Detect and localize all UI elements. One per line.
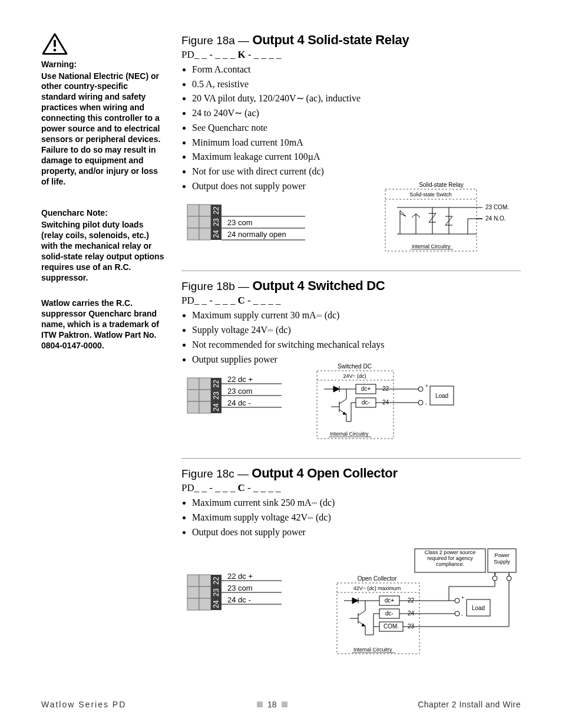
svg-text:24  dc -: 24 dc - xyxy=(227,595,251,604)
figure-title: Figure 18a — Output 4 Solid-state Relay xyxy=(181,32,521,48)
spec-item: Maximum supply voltage 42V⎓ (dc) xyxy=(192,511,521,525)
svg-text:dc+: dc+ xyxy=(385,597,395,604)
terminal-block-c: 22 23 24 22 dc + 23 com 24 dc - xyxy=(181,569,287,616)
svg-text:24  normally open: 24 normally open xyxy=(227,230,286,239)
quencharc-text: Switching pilot duty loads (relay coils,… xyxy=(41,220,165,283)
svg-text:22  dc +: 22 dc + xyxy=(227,375,253,384)
svg-rect-93 xyxy=(199,598,211,610)
svg-text:22: 22 xyxy=(212,206,220,215)
spec-item: Not recommended for switching mechanical… xyxy=(192,338,521,352)
svg-rect-88 xyxy=(187,575,199,587)
footer-box-icon xyxy=(282,701,287,707)
svg-text:42V⎓ (dc) maximum: 42V⎓ (dc) maximum xyxy=(353,585,401,591)
svg-text:Solid-state Switch: Solid-state Switch xyxy=(409,192,452,197)
svg-text:+: + xyxy=(494,571,497,577)
warning-text: Use National Electric (NEC) or other cou… xyxy=(41,71,165,187)
svg-text:24: 24 xyxy=(212,230,220,238)
figure-18b: Figure 18b — Output 4 Switched DC PD_ _ … xyxy=(181,278,521,445)
svg-text:22: 22 xyxy=(212,380,220,388)
part-number: PD_ _ - _ _ _ K - _ _ _ _ xyxy=(181,49,521,61)
svg-rect-3 xyxy=(187,216,199,228)
figure-name: Output 4 Solid-state Relay xyxy=(252,32,409,47)
svg-text:22  dc +: 22 dc + xyxy=(227,572,253,581)
part-number: PD_ _ - _ _ _ C - _ _ _ _ xyxy=(181,295,521,307)
svg-rect-18 xyxy=(385,189,477,251)
svg-text:Internal Circuitry: Internal Circuitry xyxy=(353,647,392,653)
svg-text:-: - xyxy=(461,612,463,618)
part-number: PD_ _ - _ _ _ C - _ _ _ _ xyxy=(181,482,521,494)
svg-text:Solid-state Relay: Solid-state Relay xyxy=(419,182,464,188)
svg-text:dc-: dc- xyxy=(385,610,394,617)
svg-text:23: 23 xyxy=(212,218,220,226)
footer-left: Watlow Series PD xyxy=(41,700,126,709)
terminal-block-b: 22 23 24 22 dc + 23 com 24 dc - xyxy=(181,372,287,419)
svg-text:Load: Load xyxy=(472,605,485,611)
svg-text:24: 24 xyxy=(212,403,220,411)
brand-text: Watlow carries the R.C. suppressor Quenc… xyxy=(41,298,165,351)
svg-rect-7 xyxy=(199,228,211,240)
svg-rect-92 xyxy=(199,587,211,598)
svg-text:23 com: 23 com xyxy=(227,584,253,592)
spec-item: See Quencharc note xyxy=(192,121,521,135)
svg-point-82 xyxy=(418,400,423,405)
svg-rect-37 xyxy=(187,378,199,390)
svg-rect-113 xyxy=(337,583,419,654)
schematic-c: Class 2 power source required for agency… xyxy=(332,545,521,663)
svg-text:24  N.O.: 24 N.O. xyxy=(485,215,505,222)
svg-text:dc-: dc- xyxy=(362,399,370,406)
svg-rect-40 xyxy=(199,378,211,390)
svg-line-122 xyxy=(358,611,365,615)
sidebar: Warning: Use National Electric (NEC) or … xyxy=(41,32,165,663)
main-content: Figure 18a — Output 4 Solid-state Relay … xyxy=(181,32,521,663)
svg-rect-91 xyxy=(199,575,211,587)
svg-point-145 xyxy=(455,611,459,616)
spec-item: 24 to 240V∼ (ac) xyxy=(192,107,521,120)
figure-title: Figure 18b — Output 4 Switched DC xyxy=(181,278,521,294)
svg-rect-2 xyxy=(187,205,199,216)
svg-rect-6 xyxy=(199,216,211,228)
spec-item: Not for use with direct current (dc) xyxy=(192,165,521,179)
svg-rect-5 xyxy=(199,205,211,216)
section-divider xyxy=(181,271,521,271)
svg-marker-58 xyxy=(333,386,339,392)
spec-item: Maximum current sink 250 mA⎓ (dc) xyxy=(192,496,521,510)
svg-text:Internal Circuitry: Internal Circuitry xyxy=(330,431,369,437)
figure-title: Figure 18c — Output 4 Open Collector xyxy=(181,466,521,481)
svg-rect-89 xyxy=(187,587,199,598)
terminal-row xyxy=(187,205,211,240)
section-divider xyxy=(181,458,521,459)
svg-rect-39 xyxy=(187,401,199,413)
svg-text:23  com: 23 com xyxy=(227,218,253,227)
svg-text:23: 23 xyxy=(212,588,220,597)
svg-text:dc+: dc+ xyxy=(361,386,371,392)
svg-rect-90 xyxy=(187,598,199,610)
spec-list: Form A.contact 0.5 A, resistive 20 VA pi… xyxy=(181,63,521,193)
svg-rect-38 xyxy=(187,390,199,401)
terminal-block-a: 22 23 24 23 com 24 normally open xyxy=(181,199,311,246)
warning-icon xyxy=(41,32,165,56)
figure-18c: Figure 18c — Output 4 Open Collector PD_… xyxy=(181,466,521,663)
svg-rect-41 xyxy=(199,390,211,401)
spec-item: Form A.contact xyxy=(192,63,521,77)
quencharc-heading: Quencharc Note: xyxy=(41,208,165,219)
svg-text:Open Collector: Open Collector xyxy=(358,575,397,582)
svg-text:+: + xyxy=(425,383,428,389)
figure-name: Output 4 Switched DC xyxy=(252,278,385,293)
svg-text:22: 22 xyxy=(212,577,220,585)
svg-line-63 xyxy=(339,399,346,404)
svg-text:Internal Circuitry: Internal Circuitry xyxy=(412,243,451,249)
svg-text:+: + xyxy=(461,595,464,601)
spec-item: Maximum supply current 30 mA⎓ (dc) xyxy=(192,309,521,322)
schematic-b: Switched DC 24V⎓ (dc) xyxy=(313,363,467,445)
spec-item: 20 VA pilot duty, 120/240V∼ (ac), induct… xyxy=(192,92,521,106)
svg-text:Load: Load xyxy=(435,393,448,399)
svg-text:23: 23 xyxy=(212,391,220,400)
svg-text:23  com: 23 com xyxy=(227,387,253,396)
svg-rect-42 xyxy=(199,401,211,413)
footer-page: 18 xyxy=(257,700,287,709)
figure-lead: Figure 18c — xyxy=(181,467,252,480)
svg-point-143 xyxy=(455,598,459,603)
spec-item: Output does not supply power xyxy=(192,526,521,539)
figure-name: Output 4 Open Collector xyxy=(252,466,397,480)
svg-rect-0 xyxy=(54,40,56,47)
